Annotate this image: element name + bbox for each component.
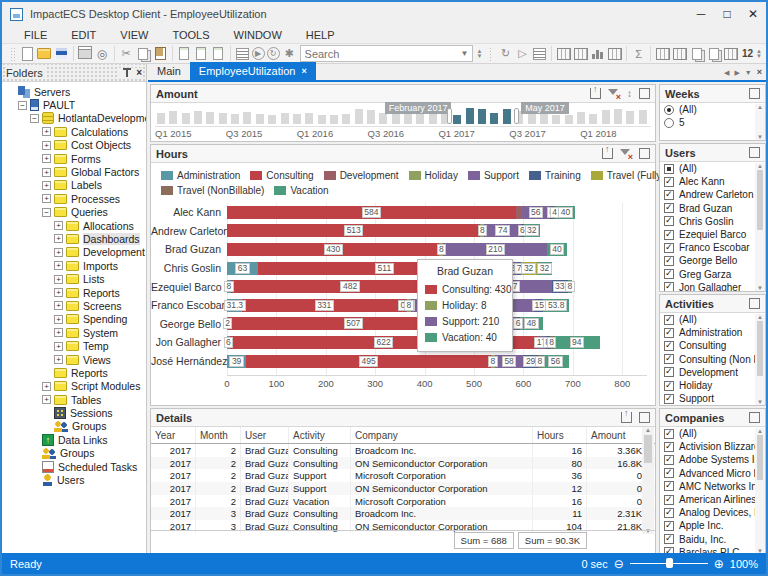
table-row[interactable]: 20172Brad GuzanSupportON Semiconductor C… [151, 482, 655, 495]
scroll-down-icon[interactable]: ▼ [757, 285, 763, 291]
tree-expander-icon[interactable]: + [54, 248, 63, 257]
order-icon[interactable]: ↕ [627, 88, 632, 99]
tree-expander-icon[interactable]: + [42, 141, 51, 150]
insert-item-icon[interactable] [177, 46, 192, 61]
bar-ezequiel-barco[interactable]: 8482167338 [227, 280, 572, 293]
tree-item-queries[interactable]: −Queries [2, 206, 146, 219]
scroll-down-icon[interactable]: ▼ [757, 134, 763, 140]
minimize-button[interactable]: ─ [688, 4, 714, 24]
tree-expander-icon[interactable]: + [54, 315, 63, 324]
details-scrollbar[interactable]: ▲ ▼ [642, 427, 654, 534]
segment-administration[interactable]: 2 [227, 317, 228, 330]
close-panel-icon[interactable]: × [136, 68, 142, 77]
export-icon[interactable] [590, 88, 601, 99]
filter-item-support[interactable]: Support [660, 392, 765, 405]
cut-icon[interactable]: ✂ [119, 46, 134, 61]
filter-item-chris-goslin[interactable]: Chris Goslin [660, 215, 765, 228]
bar-josé-hernández[interactable]: 3949585829856 [227, 355, 569, 368]
segment-vacation[interactable]: 32 [537, 262, 553, 275]
legend-item-travel-nonbillable-[interactable]: Travel (NonBillable) [161, 185, 264, 196]
tree-item-tables[interactable]: +Tables [2, 393, 146, 406]
tree-item-data-links[interactable]: ↑Data Links [2, 433, 146, 446]
maximize-button[interactable]: □ [714, 4, 740, 24]
tree-item-processes[interactable]: +Processes [2, 192, 146, 205]
print-icon[interactable] [78, 46, 93, 61]
tree-expander-icon[interactable]: − [30, 114, 39, 123]
hierarchy-icon[interactable] [556, 46, 571, 61]
pin-icon[interactable] [122, 68, 131, 77]
tree-item-calculations[interactable]: +Calculations [2, 125, 146, 138]
tree-item-labels[interactable]: +Labels [2, 179, 146, 192]
legend-item-training[interactable]: Training [529, 170, 581, 181]
scroll-up-icon[interactable]: ▲ [645, 427, 651, 433]
scroll-thumb[interactable] [644, 435, 652, 463]
segment-support[interactable]: 56 [522, 206, 550, 219]
filter-item-george-bello[interactable]: George Bello [660, 254, 765, 267]
tree-item-system[interactable]: +System [2, 326, 146, 339]
filter-item-greg-garza[interactable]: Greg Garza [660, 268, 765, 281]
maximize-panel-icon[interactable] [749, 147, 760, 158]
debug-icon[interactable]: ▷ [515, 46, 530, 61]
filter-item-5[interactable]: 5 [660, 116, 765, 129]
filter-item--all-[interactable]: (All) [660, 103, 765, 116]
range-handle-left[interactable] [447, 108, 452, 124]
filter-item--all-[interactable]: (All) [660, 427, 765, 440]
table-row[interactable]: 20172Brad GuzanConsultingON Semiconducto… [151, 457, 655, 470]
tree-item-script-modules[interactable]: +Script Modules [2, 380, 146, 393]
export-icon[interactable] [621, 412, 632, 423]
tree-item-temp[interactable]: +Temp [2, 339, 146, 352]
segment-vacation[interactable]: 40 [556, 206, 576, 219]
segment-training[interactable]: 15 [535, 299, 542, 312]
segment-vacation[interactable]: 48 [520, 317, 544, 330]
run-icon[interactable]: ▶ [252, 47, 265, 60]
tree-expander-icon[interactable]: + [54, 234, 63, 243]
menu-file[interactable]: FILE [24, 29, 47, 41]
segment-holiday[interactable]: 8 [491, 355, 495, 368]
tree-expander-icon[interactable]: − [42, 208, 51, 217]
column-header-company[interactable]: Company [351, 427, 533, 443]
tree-expander-icon[interactable]: + [42, 395, 51, 404]
column-header-user[interactable]: User [241, 427, 289, 443]
segment-training[interactable]: 6 [517, 317, 520, 330]
tree-item-sessions[interactable]: Sessions [2, 406, 146, 419]
column-header-hours[interactable]: Hours [533, 427, 587, 443]
toolbar-overflow-icon[interactable]: ▲▼ [756, 49, 762, 59]
segment-administration[interactable]: 31.3 [227, 299, 242, 312]
sum-sigma-icon[interactable]: Σ [631, 46, 646, 61]
bar-brad-guzan[interactable]: 430821040 [227, 243, 567, 256]
table-row[interactable]: 20173Brad GuzanConsultingBroadcom Inc.11… [151, 507, 655, 520]
tab-close-all-icon[interactable]: × [757, 68, 762, 77]
filter-item-american-airlines-gr[interactable]: American Airlines Gr [660, 493, 765, 506]
scroll-up-icon[interactable]: ▲ [757, 314, 763, 320]
segment-training[interactable]: 7 [517, 262, 520, 275]
tree-item-users[interactable]: Users [2, 473, 146, 486]
table-export-icon[interactable] [672, 46, 687, 61]
tree-expander-icon[interactable]: + [54, 261, 63, 270]
tree-item-forms[interactable]: +Forms [2, 152, 146, 165]
maximize-panel-icon[interactable] [749, 298, 760, 309]
column-header-activity[interactable]: Activity [289, 427, 351, 443]
run-script-icon[interactable]: ↻ [498, 46, 513, 61]
column-header-month[interactable]: Month [196, 427, 241, 443]
windows-icon[interactable] [706, 46, 721, 61]
filter-item-activision-blizzard-i[interactable]: Activision Blizzard, I [660, 440, 765, 453]
zoom-out-icon[interactable]: ⊖ [614, 557, 624, 571]
tree-item-servers[interactable]: Servers [2, 85, 146, 98]
settings-gear-icon[interactable]: ✱ [282, 46, 297, 61]
segment-travel-nonbillable-[interactable]: 8 [550, 336, 554, 349]
merge-icon[interactable] [689, 46, 704, 61]
segment-travel-nonbillable-[interactable]: 4 [554, 206, 556, 219]
tree-expander-icon[interactable]: + [54, 288, 63, 297]
legend-item-holiday[interactable]: Holiday [409, 170, 458, 181]
filter-item-baidu-inc-[interactable]: Baidu, Inc. [660, 533, 765, 546]
bar-chart-icon[interactable] [590, 46, 605, 61]
filter-item-amc-networks-inc-[interactable]: AMC Networks Inc. [660, 480, 765, 493]
segment-vacation[interactable]: 8 [568, 280, 572, 293]
save-icon[interactable] [54, 46, 69, 61]
tree-expander-icon[interactable]: + [42, 168, 51, 177]
table-row[interactable]: 20172Brad GuzanConsultingBroadcom Inc.16… [151, 444, 655, 457]
filter-scrollbar[interactable]: ▲▼ [755, 314, 765, 405]
pivot-table-icon[interactable] [573, 46, 588, 61]
paste-icon[interactable] [153, 46, 168, 61]
tree-item-reports[interactable]: Reports [2, 366, 146, 379]
